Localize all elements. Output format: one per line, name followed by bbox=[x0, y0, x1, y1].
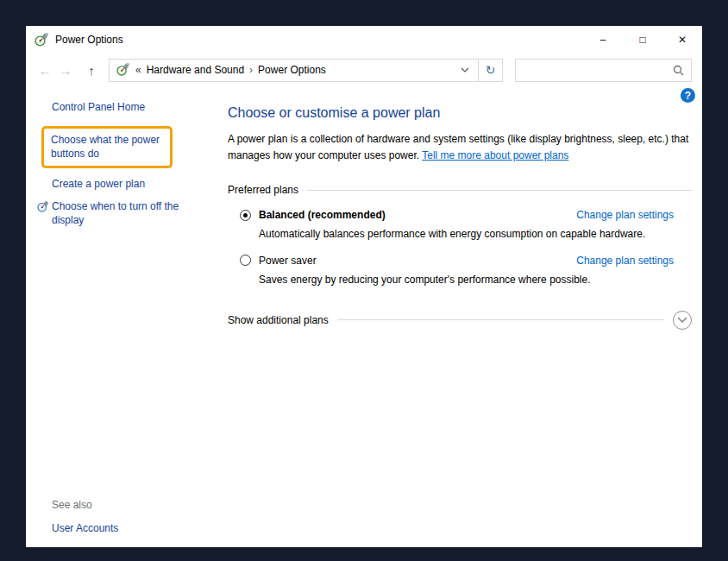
expand-plans-button[interactable] bbox=[673, 311, 692, 330]
show-additional-plans-label: Show additional plans bbox=[228, 314, 329, 326]
annotation-highlight-box: Choose what the power buttons do bbox=[41, 126, 173, 167]
refresh-button[interactable]: ↻ bbox=[479, 59, 503, 82]
breadcrumb-item-power-options[interactable]: Power Options bbox=[258, 64, 326, 76]
sidebar: Control Panel Home Choose what the power… bbox=[26, 88, 212, 547]
change-plan-settings-link-balanced[interactable]: Change plan settings bbox=[576, 209, 674, 221]
chevron-down-icon[interactable] bbox=[457, 64, 473, 76]
close-button[interactable]: ✕ bbox=[662, 26, 702, 54]
show-additional-plans-section: Show additional plans bbox=[228, 311, 692, 330]
plan-description-balanced: Automatically balances performance with … bbox=[259, 227, 692, 242]
plan-description-power-saver: Saves energy by reducing your computer's… bbox=[259, 273, 692, 287]
help-button[interactable]: ? bbox=[681, 88, 695, 103]
change-plan-settings-link-power-saver[interactable]: Change plan settings bbox=[576, 255, 674, 267]
breadcrumb-separator: › bbox=[249, 64, 253, 76]
content-area: Control Panel Home Choose what the power… bbox=[26, 88, 702, 547]
back-button[interactable]: ← bbox=[35, 63, 55, 78]
sidebar-item-choose-power-buttons[interactable]: Choose what the power buttons do bbox=[51, 133, 163, 161]
plan-name-balanced[interactable]: Balanced (recommended) bbox=[259, 209, 386, 221]
tell-me-more-link[interactable]: Tell me more about power plans bbox=[422, 149, 568, 161]
breadcrumb: « Hardware and Sound › Power Options bbox=[109, 59, 479, 82]
plan-row-power-saver: Power saver Change plan settings Saves e… bbox=[228, 255, 692, 287]
power-options-window: Power Options – □ ✕ ← → ↑ bbox=[26, 26, 702, 547]
sidebar-item-turn-off-display[interactable]: Choose when to turn off the display bbox=[52, 199, 183, 227]
maximize-button[interactable]: □ bbox=[623, 26, 662, 54]
titlebar: Power Options – □ ✕ bbox=[26, 26, 702, 54]
search-icon[interactable] bbox=[673, 65, 684, 76]
divider bbox=[337, 319, 664, 320]
radio-power-saver[interactable] bbox=[240, 255, 251, 266]
preferred-plans-label: Preferred plans bbox=[228, 184, 298, 196]
breadcrumb-collapse[interactable]: « bbox=[135, 64, 141, 76]
sidebar-item-create-power-plan[interactable]: Create a power plan bbox=[52, 177, 212, 191]
plan-row-balanced: Balanced (recommended) Change plan setti… bbox=[228, 209, 692, 242]
navigation-bar: ← → ↑ « Hardware and Sound › Power O bbox=[26, 54, 702, 88]
plan-name-power-saver[interactable]: Power saver bbox=[259, 255, 317, 267]
refresh-icon: ↻ bbox=[486, 63, 496, 77]
main-pane: Choose or customise a power plan A power… bbox=[212, 88, 702, 547]
minimize-button[interactable]: – bbox=[583, 26, 623, 54]
window-title: Power Options bbox=[55, 34, 123, 46]
sidebar-item-user-accounts[interactable]: User Accounts bbox=[52, 521, 212, 535]
power-meter-icon bbox=[37, 200, 49, 212]
desktop-background: { "window": { "title": "Power Options", … bbox=[0, 0, 728, 561]
see-also-heading: See also bbox=[52, 499, 212, 511]
page-title: Choose or customise a power plan bbox=[228, 105, 692, 121]
radio-balanced[interactable] bbox=[240, 210, 251, 221]
divider bbox=[307, 190, 692, 191]
up-button[interactable]: ↑ bbox=[81, 63, 102, 78]
window-controls: – □ ✕ bbox=[583, 26, 702, 54]
breadcrumb-item-hardware-and-sound[interactable]: Hardware and Sound bbox=[147, 64, 244, 76]
search-box bbox=[515, 59, 692, 82]
page-description: A power plan is a collection of hardware… bbox=[228, 131, 692, 163]
preferred-plans-section: Preferred plans bbox=[228, 184, 692, 196]
search-input[interactable] bbox=[523, 63, 673, 77]
forward-button[interactable]: → bbox=[55, 63, 76, 78]
power-options-icon bbox=[116, 63, 130, 77]
power-options-icon bbox=[35, 33, 50, 47]
sidebar-spacer bbox=[52, 227, 212, 499]
sidebar-task-row: Choose when to turn off the display bbox=[37, 199, 212, 227]
sidebar-item-control-panel-home[interactable]: Control Panel Home bbox=[52, 100, 212, 114]
